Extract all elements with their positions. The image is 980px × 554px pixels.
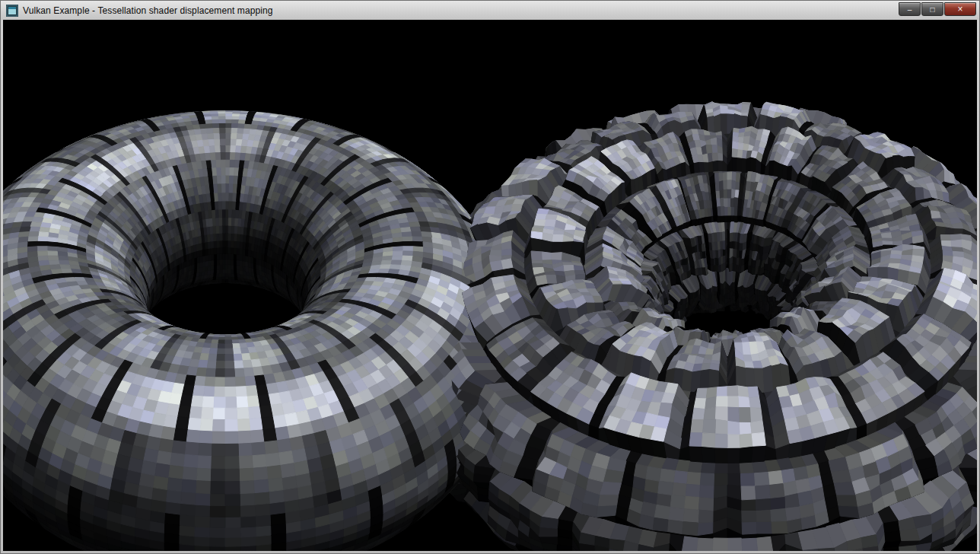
maximize-icon: □ xyxy=(930,5,934,14)
close-icon: × xyxy=(957,4,963,14)
titlebar[interactable]: Vulkan Example - Tessellation shader dis… xyxy=(1,1,979,20)
window-controls: – □ × xyxy=(898,2,976,16)
maximize-button[interactable]: □ xyxy=(921,2,943,16)
minimize-button[interactable]: – xyxy=(899,2,921,16)
minimize-icon: – xyxy=(908,5,912,14)
close-button[interactable]: × xyxy=(944,2,976,16)
window-title: Vulkan Example - Tessellation shader dis… xyxy=(23,5,273,16)
app-icon xyxy=(6,5,18,17)
render-canvas[interactable] xyxy=(3,20,977,551)
app-window: Vulkan Example - Tessellation shader dis… xyxy=(0,0,980,554)
